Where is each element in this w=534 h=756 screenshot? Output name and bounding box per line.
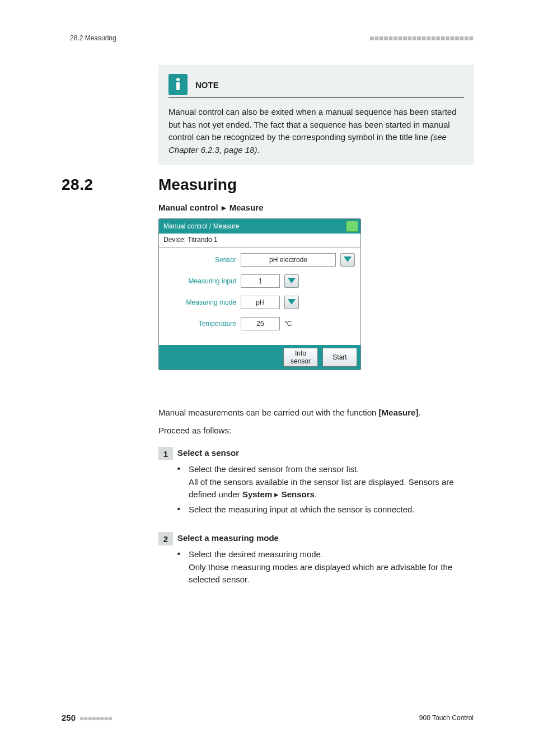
s1-li1: Select the desired sensor from the senso…: [189, 464, 359, 474]
label-temperature: Temperature: [165, 320, 241, 328]
dialog-measure: Manual control / Measure Device: Titrand…: [158, 218, 361, 370]
s1-li1b-a: System: [242, 489, 272, 499]
close-icon[interactable]: [346, 221, 358, 232]
dialog-title: Manual control / Measure: [163, 222, 239, 230]
svg-marker-2: [344, 256, 352, 262]
svg-point-0: [176, 78, 180, 81]
s1-li1b-pre: All of the sensors available in the sens…: [189, 477, 454, 500]
note-body: Manual control can also be exited when a…: [168, 106, 464, 156]
svg-marker-3: [288, 278, 296, 283]
crumb-b: Measure: [229, 203, 264, 212]
section-title: Measuring: [158, 176, 237, 194]
note-text-post: .: [257, 145, 259, 155]
svg-marker-4: [288, 299, 296, 305]
s1-li1b-b: Sensors: [282, 489, 315, 499]
s2-li1: Select the desired measuring mode.: [189, 549, 323, 559]
step-2: 2 Select a measuring mode Select the des…: [158, 533, 472, 589]
s1-li1b-arrow: ▸: [274, 488, 279, 501]
step-2-number: 2: [158, 532, 173, 545]
dialog-device: Device: Titrando 1: [159, 234, 360, 248]
info-icon: [168, 74, 188, 95]
running-head: 28.2 Measuring: [70, 34, 116, 42]
step-2-bullet-1: Select the desired measuring mode. Only …: [177, 548, 472, 586]
breadcrumb: Manual control▸Measure: [158, 203, 264, 213]
label-measuring-mode: Measuring mode: [165, 298, 241, 306]
paragraph-1: Manual measurements can be carried out w…: [158, 407, 472, 419]
svg-rect-1: [176, 82, 180, 90]
page-number: 250: [62, 713, 76, 722]
sensor-dropdown[interactable]: [340, 253, 355, 267]
step-2-title: Select a measuring mode: [177, 533, 472, 543]
step-1-bullet-1: Select the desired sensor from the senso…: [177, 463, 472, 501]
crumb-a: Manual control: [158, 203, 218, 212]
step-1-title: Select a sensor: [177, 448, 472, 458]
manual-name: 900 Touch Control: [419, 714, 474, 722]
info-sensor-button[interactable]: Info sensor: [283, 348, 318, 367]
note-title: NOTE: [195, 80, 219, 90]
step-1-bullet-2: Select the measuring input at which the …: [177, 503, 472, 516]
temperature-field[interactable]: 25: [241, 317, 280, 330]
measuring-mode-dropdown[interactable]: [284, 296, 299, 309]
note-box: NOTE Manual control can also be exited w…: [158, 65, 474, 165]
note-text-pre: Manual control can also be exited when a…: [168, 107, 457, 142]
measuring-input-dropdown[interactable]: [284, 274, 299, 288]
start-button[interactable]: Start: [322, 348, 357, 367]
step-1-number: 1: [158, 447, 173, 460]
measuring-input-field[interactable]: 1: [241, 274, 280, 288]
temperature-unit: °C: [284, 320, 292, 328]
step-1: 1 Select a sensor Select the desired sen…: [158, 448, 472, 518]
footer-dashes: ■■■■■■■■: [79, 715, 112, 722]
section-number: 28.2: [62, 176, 158, 194]
label-sensor: Sensor: [165, 256, 241, 264]
s2-li1b: Only those measuring modes are displayed…: [189, 562, 452, 585]
sensor-field[interactable]: pH electrode: [241, 253, 336, 267]
paragraph-2: Proceed as follows:: [158, 424, 472, 437]
crumb-arrow: ▸: [218, 203, 229, 213]
p1-bold: [Measure]: [379, 408, 419, 417]
header-dashes: ■■■■■■■■■■■■■■■■■■■■■■: [369, 34, 474, 43]
s1-li1b-post: .: [315, 489, 317, 499]
p1-pre: Manual measurements can be carried out w…: [158, 408, 379, 417]
p1-post: .: [418, 408, 420, 417]
measuring-mode-field[interactable]: pH: [241, 296, 280, 309]
label-measuring-input: Measuring input: [165, 277, 241, 285]
